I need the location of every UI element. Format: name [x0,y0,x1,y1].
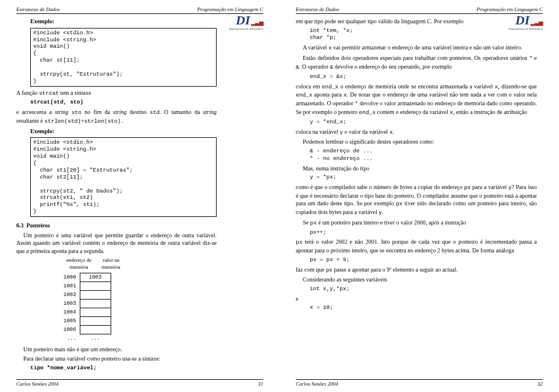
exemplo-label-2: Exemplo: [30,128,54,134]
pointer-intro: Um ponteiro é uma variável que permite g… [16,231,217,255]
type-valid: em que tipo pode ser qualquer tipo válid… [296,17,537,26]
dept-logo: DI ▂▃▅ Departamento de Informática [229,14,263,30]
page-right: Estruturas de Dados Programação em Lingu… [280,0,559,392]
strcat-intro: A função strcat tem a sintaxe [16,89,217,98]
dept-logo: DI ▂▃▅ Departamento de Informática [508,14,543,30]
header-right: Programação em Linguagem C [477,6,543,13]
remember-ops: Podemos lembrar o significado destes ope… [296,138,537,146]
logo-di: DI [515,13,529,27]
header-right: Programação em Linguagem C [197,6,263,13]
code-x10: x = 10; [310,304,537,312]
op-mnemonics: & - endereço de ... * - no endereço ... [310,148,537,163]
code-block-2: #include <stdio.h> #include <string.h> v… [30,137,217,217]
pointer-decl: tipo *nome_variável; [30,365,217,372]
strcat-desc: e acrescenta a string sto no fim da stri… [16,108,217,126]
page-spread: Estruturas de Dados Programação em Lingu… [0,0,559,392]
footer-right: Carlos Simões 2004 32 [296,379,543,387]
var-x-desc: A variável x vai permitir armazenar o en… [296,44,537,52]
code-block-1: #include <stdio.h> #include <string.h> v… [30,28,217,87]
page-number: 31 [258,380,263,387]
but-instr: Mas, numa instrução do tipo [296,165,537,173]
code-endx: end_x = &x; [310,73,537,81]
code-pxinc: px++; [310,229,537,237]
footer-left: Carlos Simões 2004 31 [16,379,263,387]
consider-vars: Considerando as seguintes variáveis [296,276,537,284]
px-2002: px terá o valor 2002 e não 2001. Isto po… [296,238,537,254]
logo-bars: ▂▃▅ [251,19,263,26]
right-content: em que tipo pode ser qualquer tipo válid… [296,17,543,312]
footer-author: Carlos Simões 2004 [16,380,59,387]
pointer-decl-intro: Para declarar uma variável como ponteiro… [16,355,217,363]
code-decl: int *tem, *x; char *p; [310,27,537,42]
exemplo-label: Exemplo: [30,18,54,24]
code-pxadd: px = px + 9; [310,256,537,264]
memory-table: 10001003 1001 1002 1003 1004 1005 1006 .… [63,273,217,343]
px-9th: faz com que px passe a apontar para o 9º… [296,266,537,275]
logo-di: DI [236,13,250,27]
strcat-sig: strcat(std, sto) [30,99,217,106]
and: e [296,295,537,303]
logo-dept: Departamento de Informática [229,27,263,30]
mem-headers: endereço de memória valor na memória [63,256,217,270]
page-left: Estruturas de Dados Programação em Lingu… [0,0,280,392]
footer-author: Carlos Simões 2004 [296,380,338,387]
code-vars: int x,y,*px; [310,286,537,293]
header: Estruturas de Dados Programação em Lingu… [296,6,543,14]
px-2000: Se px é um ponteiro para inteiro e tiver… [296,219,537,227]
header: Estruturas de Dados Programação em Lingu… [16,6,263,14]
code-yendx: y = *end_x; [310,119,537,126]
endx-desc: coloca em end_x o endereço de memória on… [296,83,537,117]
left-content: Exemplo: #include <stdio.h> #include <st… [16,17,263,372]
page-number: 32 [537,380,543,387]
y-value: coloca na variável y o valor da variável… [296,128,537,137]
logo-bars: ▂▃▅ [530,19,543,26]
operators-intro: Estão definidos dois operadores especiai… [296,54,537,72]
header-left: Estruturas de Dados [16,6,60,13]
header-left: Estruturas de Dados [296,6,339,13]
code-ypx: y = *px; [310,174,537,181]
pointer-is-address: Um ponteiro mais não é que um endereço. [16,345,217,354]
section-heading: 6.3 Ponteiros [16,222,217,230]
bytes-copy: como é que o compilador sabe o número de… [296,183,537,217]
logo-dept: Departamento de Informática [508,27,543,30]
